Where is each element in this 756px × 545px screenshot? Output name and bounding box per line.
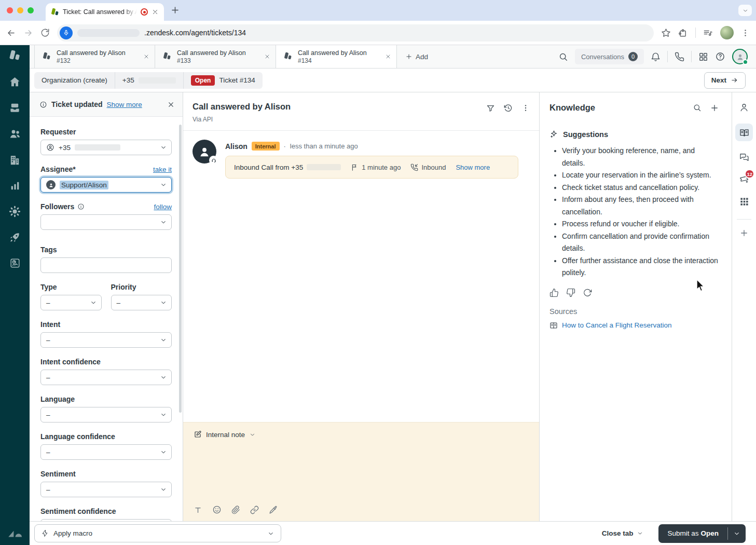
emoji-icon[interactable] <box>212 505 222 514</box>
panel-scrollbar[interactable] <box>179 125 182 413</box>
zoom-window-button[interactable] <box>28 7 34 13</box>
url-bar[interactable]: .zendesk.com/agent/tickets/134 <box>57 24 654 42</box>
type-select[interactable]: – <box>40 295 102 310</box>
customers-icon[interactable] <box>9 128 21 140</box>
ticket-tab-132[interactable]: Call answered by Alison #132 <box>34 45 155 68</box>
filter-icon[interactable] <box>486 104 495 113</box>
home-icon[interactable] <box>9 76 21 88</box>
conversations-button[interactable]: Conversations 0 <box>575 49 644 64</box>
product-switcher-icon[interactable] <box>9 50 21 62</box>
conversation-menu-icon[interactable] <box>521 104 530 112</box>
close-banner-icon[interactable] <box>167 101 175 108</box>
composer-mode-select[interactable]: Internal note <box>194 430 529 439</box>
next-ticket-button[interactable]: Next <box>704 72 746 89</box>
close-ticket-tab-icon[interactable] <box>143 53 149 60</box>
close-ticket-tab-icon[interactable] <box>385 53 391 60</box>
sentiment-select[interactable]: – <box>40 482 172 497</box>
new-tab-button[interactable] <box>170 5 180 15</box>
tab-search-chevron[interactable] <box>738 5 752 16</box>
followers-select[interactable] <box>40 214 172 230</box>
source-article-link[interactable]: How to Cancel a Flight Reservation <box>562 321 672 329</box>
thumbs-down-icon[interactable] <box>566 288 575 297</box>
ticket-properties-panel: Ticket updated Show more Requester +35 A… <box>30 92 183 521</box>
user-context-icon[interactable] <box>739 102 749 113</box>
side-conversations-icon[interactable] <box>739 152 749 162</box>
submit-status: Open <box>700 529 719 537</box>
apps-grid-icon[interactable] <box>698 52 708 62</box>
priority-select[interactable]: – <box>111 295 172 310</box>
ticket-tab-134-active[interactable]: Call answered by Alison #134 <box>276 45 397 68</box>
composer[interactable]: Internal note <box>183 422 539 521</box>
macro-lightning-icon <box>41 529 49 537</box>
extensions-icon[interactable] <box>678 28 688 38</box>
media-controls-icon[interactable] <box>703 28 713 38</box>
language-select[interactable]: – <box>40 407 172 423</box>
ticket-tab-number: #132 <box>57 57 138 64</box>
requester-select[interactable]: +35 <box>40 140 172 155</box>
ticket-tab-number: #133 <box>177 57 259 64</box>
close-tab-icon[interactable] <box>152 8 159 16</box>
call-show-more-link[interactable]: Show more <box>456 164 490 171</box>
submit-options-chevron[interactable] <box>728 524 746 543</box>
attachment-icon[interactable] <box>231 506 240 514</box>
close-ticket-tab-icon[interactable] <box>264 53 270 60</box>
talk-phone-icon[interactable] <box>675 52 684 62</box>
views-icon[interactable] <box>9 102 21 114</box>
chevron-down-icon <box>160 486 167 493</box>
browser-tab[interactable]: Ticket: Call answered by A <box>46 3 164 21</box>
minimize-window-button[interactable] <box>17 7 23 13</box>
text-format-icon[interactable] <box>194 506 202 514</box>
ticket-tab-133[interactable]: Call answered by Alison #133 <box>155 45 276 68</box>
breadcrumb-organization[interactable]: Organization (create) <box>34 72 115 89</box>
suggestion-item: Locate your reservation in the airline’s… <box>562 169 718 182</box>
banner-show-more-link[interactable]: Show more <box>107 101 142 108</box>
browser-profile-avatar[interactable] <box>720 26 734 39</box>
apply-macro-select[interactable]: Apply macro <box>34 524 281 542</box>
forward-icon[interactable] <box>23 28 33 38</box>
requester-field: Requester +35 <box>40 128 172 155</box>
events-history-icon[interactable] <box>504 104 513 113</box>
back-icon[interactable] <box>6 28 16 38</box>
add-tab-button[interactable]: Add <box>397 45 436 68</box>
help-icon[interactable] <box>715 51 725 62</box>
breadcrumb-ticket[interactable]: Open Ticket #134 <box>184 72 263 89</box>
apps-icon[interactable] <box>739 197 749 207</box>
knowledge-add-icon[interactable] <box>710 103 719 113</box>
search-icon[interactable] <box>558 52 568 62</box>
close-window-button[interactable] <box>7 7 13 13</box>
follow-link[interactable]: follow <box>154 203 172 211</box>
top-bar-controls: Conversations 0 <box>558 45 756 68</box>
link-icon[interactable] <box>250 506 259 514</box>
organizations-icon[interactable] <box>9 154 21 166</box>
reporting-icon[interactable] <box>9 180 21 192</box>
take-it-link[interactable]: take it <box>153 166 172 173</box>
agent-avatar[interactable] <box>732 49 748 64</box>
assignee-select[interactable]: Support/Alison <box>40 177 172 193</box>
thumbs-up-icon[interactable] <box>549 288 559 297</box>
regenerate-icon[interactable] <box>583 288 592 297</box>
bookmark-star-icon[interactable] <box>661 28 671 38</box>
tags-input[interactable] <box>40 257 172 273</box>
widget-icon[interactable] <box>9 257 21 269</box>
add-context-app-icon[interactable] <box>739 228 749 238</box>
browser-toolbar: .zendesk.com/agent/tickets/134 <box>0 21 756 45</box>
notifications-bell-icon[interactable] <box>651 52 661 62</box>
browser-menu-icon[interactable] <box>741 29 750 37</box>
breadcrumb-requester[interactable]: +35 <box>115 72 184 89</box>
knowledge-tab-active[interactable] <box>735 124 753 141</box>
language-confidence-select[interactable]: – <box>40 444 172 460</box>
reload-icon[interactable] <box>40 28 50 37</box>
close-tab-control[interactable]: Close tab <box>602 529 644 537</box>
intent-select[interactable]: – <box>40 332 172 348</box>
knowledge-search-icon[interactable] <box>693 103 702 112</box>
mic-permission-icon[interactable] <box>60 26 73 39</box>
intent-confidence-select[interactable]: – <box>40 370 172 385</box>
message-avatar <box>193 140 216 164</box>
getting-started-icon[interactable] <box>9 231 21 243</box>
info-icon <box>77 203 85 210</box>
admin-icon[interactable] <box>9 206 21 217</box>
ticket-number: Ticket #134 <box>219 76 255 84</box>
submit-button[interactable]: Submit as Open <box>658 524 727 543</box>
ai-writing-icon[interactable] <box>269 506 278 514</box>
internal-badge: Internal <box>252 142 280 151</box>
